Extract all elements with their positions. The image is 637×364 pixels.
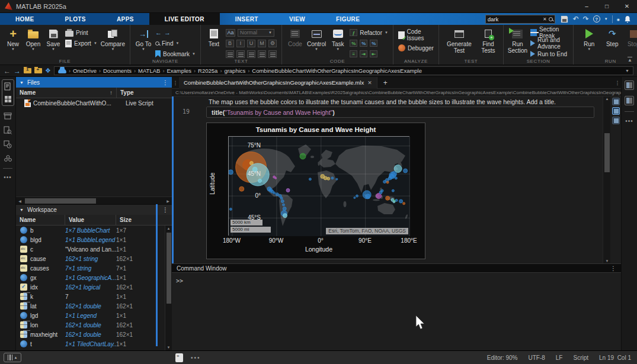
live-script-document[interactable]: The map uses the bubble colors to illust… — [172, 96, 621, 263]
files-col-type[interactable]: Type — [117, 88, 172, 98]
workspace-variable-row[interactable]: b1×7 BubbleChart1×7 — [16, 226, 172, 235]
navigate-forward-icon[interactable]: → — [164, 29, 171, 36]
close-button[interactable]: ✕ — [617, 0, 637, 12]
community-dropdown-icon[interactable]: ◉ — [617, 17, 620, 21]
underline-button[interactable]: U — [247, 40, 255, 47]
indent-right-button[interactable]: ⇥ — [360, 50, 367, 57]
hide-code-view-icon[interactable] — [612, 117, 620, 124]
breadcrumb[interactable]: ›OneDrive›Documents›MATLAB›Examples›R202… — [54, 66, 633, 75]
workspace-variable-row[interactable]: lat162×1 double162×1 — [16, 301, 172, 311]
scroll-up-icon[interactable]: ▲ — [167, 226, 171, 231]
breadcrumb-item[interactable]: Documents — [103, 67, 132, 74]
step-button[interactable]: ↷Step — [603, 27, 621, 47]
more-panels-icon[interactable]: ••• — [4, 174, 12, 181]
bulleted-list-button[interactable] — [226, 50, 234, 58]
compare-button[interactable]: Compare▼ — [101, 27, 125, 51]
properties-panel-icon[interactable] — [625, 80, 634, 90]
code-line[interactable]: title("Tsunamis by Cause and Wave Height… — [206, 107, 594, 118]
files-panel-header[interactable]: ▼ Files ⋮ — [16, 77, 172, 88]
stop-button[interactable]: Stop — [625, 27, 637, 47]
find-button[interactable]: Find▼ — [155, 39, 196, 47]
tab-live-editor[interactable]: LIVE EDITOR — [149, 13, 220, 25]
panel-splitter[interactable] — [156, 204, 158, 346]
output-on-right-view-icon[interactable] — [612, 107, 620, 115]
section-break-button[interactable]: Section Break — [530, 28, 568, 37]
path-dropdown-icon[interactable]: ▼ — [625, 69, 629, 73]
archive-panel-icon[interactable] — [4, 111, 12, 120]
workspace-panel-header[interactable]: ▼ Workspace ⋮ — [16, 204, 172, 215]
scrollbar-thumb[interactable] — [25, 198, 96, 204]
browse-folder-icon[interactable] — [34, 68, 42, 73]
workspace-variable-row[interactable]: lon162×1 double162×1 — [16, 320, 172, 330]
search-icon[interactable] — [549, 17, 553, 21]
breadcrumb-item[interactable]: OneDrive — [73, 67, 97, 74]
bold-button[interactable]: B — [226, 40, 234, 47]
run-section-button[interactable]: Run Section — [508, 27, 527, 54]
more-panels-icon[interactable]: ••• — [625, 118, 633, 124]
new-tab-icon[interactable]: + — [377, 79, 393, 87]
tab-plots[interactable]: PLOTS — [50, 13, 101, 25]
code-button[interactable]: Code — [287, 27, 303, 47]
editor-scrollbar[interactable]: ▲ ▼ — [603, 96, 610, 263]
help-dropdown-icon[interactable]: ▼ — [604, 17, 608, 21]
workspace-variable-row[interactable]: causes7×1 string7×1 — [16, 263, 172, 273]
italic-button[interactable]: I — [236, 40, 245, 47]
encoding[interactable]: UTF-8 — [528, 355, 545, 361]
editor-zoom[interactable]: Editor: 90% — [487, 355, 518, 361]
undo-icon[interactable]: ↶ — [573, 15, 579, 23]
workspace-variable-row[interactable]: maxheight162×1 double162×1 — [16, 330, 172, 339]
file-search-panel-icon[interactable] — [4, 125, 12, 134]
files-horizontal-scrollbar[interactable]: ◀ ▶ — [16, 197, 172, 204]
scrollbar-thumb[interactable] — [167, 233, 171, 304]
layout-selector-button[interactable]: ▲ — [4, 353, 21, 362]
command-window[interactable]: Command Window ⋮ >> — [172, 263, 621, 350]
workspace-variable-row[interactable]: c"Volcano and Lan...1×1 — [16, 244, 172, 254]
monospace-button[interactable]: M — [258, 40, 266, 47]
editor-tab[interactable]: CombineBubbleChartWithOtherGraphicsInGeo… — [179, 77, 377, 89]
history-back-icon[interactable]: ← — [4, 67, 11, 75]
status-more-icon[interactable]: ••• — [191, 355, 201, 361]
scroll-left-icon[interactable]: ◀ — [16, 199, 24, 203]
uncomment-button[interactable]: % — [360, 40, 367, 47]
notifications-bell-icon[interactable] — [624, 15, 631, 23]
workspace-variable-row[interactable]: t1×1 TiledChartLay...1×1 — [16, 339, 172, 349]
run-button[interactable]: Run▼ — [578, 27, 600, 51]
task-button[interactable]: Task▼ — [329, 27, 346, 51]
workspace-panel-icon[interactable] — [4, 95, 12, 104]
comment-button[interactable]: % — [350, 40, 357, 47]
geographic-axes[interactable]: 5000 km 5000 mi Esri, TomTom, FAO, NOAA,… — [228, 136, 409, 236]
scroll-down-icon[interactable]: ▼ — [603, 259, 611, 263]
packages-panel-icon[interactable] — [4, 154, 12, 163]
tab-overflow-icon[interactable]: ⋮ — [172, 80, 179, 86]
collapse-files-icon[interactable]: ▼ — [20, 80, 24, 85]
print-button[interactable]: Print — [65, 28, 97, 37]
scroll-down-icon[interactable]: ▼ — [167, 344, 171, 350]
code-format-button[interactable]: ⚙ — [268, 40, 277, 47]
files-col-name[interactable]: Name↑ — [16, 88, 117, 98]
breadcrumb-item[interactable]: Examples — [167, 67, 191, 74]
history-panel-icon[interactable] — [4, 140, 12, 149]
generate-test-button[interactable]: Generate Test — [444, 27, 475, 54]
breadcrumb-item[interactable]: MATLAB — [138, 67, 160, 74]
open-button[interactable]: Open▼ — [25, 27, 41, 51]
workspace-variable-row[interactable]: gx1×1 GeographicA...1×1 — [16, 273, 172, 282]
tab-home[interactable]: HOME — [0, 13, 50, 25]
breadcrumb-item[interactable]: R2025a — [198, 67, 217, 74]
run-and-advance-button[interactable]: Run and Advance — [530, 39, 568, 47]
minimize-button[interactable]: – — [577, 0, 597, 12]
document-paragraph[interactable]: The map uses the bubble colors to illust… — [209, 98, 600, 105]
smart-indent-button[interactable]: ≡ — [350, 50, 357, 57]
files-menu-icon[interactable]: ⋮ — [162, 79, 168, 86]
workspace-col-name[interactable]: Name — [16, 215, 65, 225]
save-button[interactable]: Save▼ — [45, 27, 62, 51]
workspace-col-value[interactable]: Value — [65, 215, 116, 225]
debugger-button[interactable]: Debugger — [398, 44, 434, 52]
command-window-header[interactable]: Command Window ⋮ — [172, 263, 621, 273]
command-window-menu-icon[interactable]: ⋮ — [610, 265, 616, 272]
tab-figure[interactable]: FIGURE — [321, 13, 375, 25]
breadcrumb-item[interactable]: graphics — [224, 67, 245, 74]
export-button[interactable]: Export▼ — [65, 39, 97, 47]
workspace-col-size[interactable]: Size — [116, 215, 172, 225]
tab-apps[interactable]: APPS — [101, 13, 149, 25]
text-color-button[interactable]: Aa — [226, 29, 235, 37]
